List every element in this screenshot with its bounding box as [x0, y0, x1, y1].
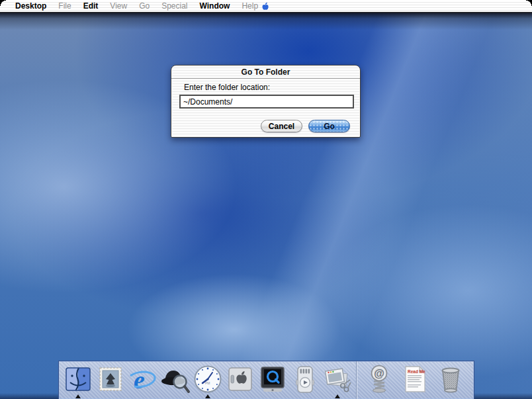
sherlock-icon[interactable] [160, 362, 191, 399]
grab-icon[interactable] [322, 362, 353, 399]
running-indicator [205, 394, 210, 398]
menu-bar: Desktop File Edit View Go Special Window… [0, 0, 532, 13]
menu-window[interactable]: Window [194, 0, 236, 13]
menu-special[interactable]: Special [155, 0, 193, 13]
dock-apps-section: e [59, 361, 356, 399]
finder-icon[interactable] [63, 362, 93, 399]
svg-text:e: e [134, 366, 145, 394]
music-player-icon[interactable] [290, 362, 320, 399]
screen-corner-top-left [0, 0, 6, 6]
svg-text:PM: PM [205, 381, 210, 385]
running-indicator [75, 394, 81, 398]
menu-edit[interactable]: Edit [77, 0, 105, 13]
quicktime-icon[interactable] [257, 362, 288, 399]
folder-location-input[interactable] [179, 95, 354, 109]
clock-icon[interactable]: PM [193, 362, 223, 399]
screen-corner-top-right [526, 0, 532, 6]
go-button[interactable]: Go [308, 120, 350, 132]
go-to-folder-dialog: Go To Folder Enter the folder location: … [171, 65, 361, 138]
running-indicator [335, 394, 340, 398]
at-sign-spring-icon[interactable]: @ [364, 362, 394, 399]
system-preferences-icon[interactable] [225, 362, 255, 399]
dialog-title: Go To Folder [242, 67, 290, 77]
menu-file[interactable]: File [52, 0, 77, 13]
folder-location-label: Enter the folder location: [184, 83, 270, 92]
apple-icon[interactable] [261, 1, 271, 12]
svg-text:Read Me: Read Me [408, 369, 425, 373]
dock: e [58, 361, 474, 399]
menu-view[interactable]: View [104, 0, 133, 13]
cancel-button[interactable]: Cancel [261, 120, 302, 132]
dock-docs-section: @ Read Me [357, 361, 472, 399]
svg-text:@: @ [374, 367, 384, 378]
menu-desktop[interactable]: Desktop [9, 0, 52, 13]
mail-stamp-icon[interactable] [95, 362, 126, 399]
menu-go[interactable]: Go [133, 0, 155, 13]
desktop-screen: Desktop File Edit View Go Special Window… [0, 0, 532, 399]
trash-icon[interactable] [435, 362, 466, 399]
dialog-title-bar[interactable]: Go To Folder [171, 66, 360, 79]
dialog-buttons: Cancel Go [261, 120, 350, 132]
menu-help[interactable]: Help [236, 0, 264, 13]
internet-explorer-icon[interactable]: e [128, 362, 158, 399]
readme-document-icon[interactable]: Read Me [400, 362, 430, 399]
